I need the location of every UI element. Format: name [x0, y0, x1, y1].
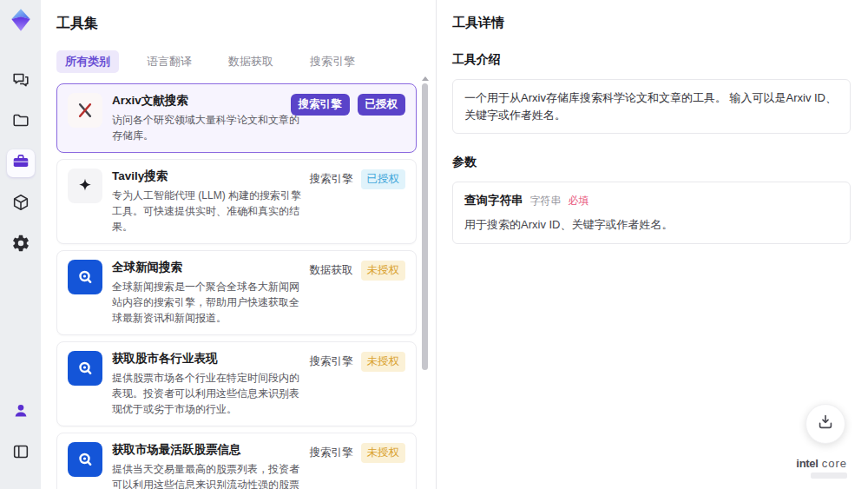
tool-description: 访问各个研究领域大量科学论文和文章的存储库。 — [112, 112, 305, 143]
quark-icon — [68, 351, 102, 386]
list-scrollbar[interactable] — [422, 76, 428, 482]
tool-card[interactable]: 获取市场最活跃股票信息 提供当天交易量最高的股票列表，投资者可以利用这些信息来识… — [56, 433, 417, 489]
tool-tags: 搜索引擎 未授权 — [310, 352, 406, 372]
param-type: 字符串 — [530, 193, 562, 208]
param-description: 用于搜索的Arxiv ID、关键字或作者姓名。 — [464, 216, 838, 234]
user-icon — [11, 401, 30, 424]
sparkle-icon — [68, 169, 102, 203]
brand-core-text: core — [822, 457, 847, 470]
tool-tags: 数据获取 未授权 — [310, 261, 406, 281]
folder-icon — [11, 111, 30, 134]
tool-tags: 搜索引擎 已授权 — [291, 94, 406, 116]
tool-card[interactable]: 获取股市各行业表现 提供股票市场各个行业在特定时间段内的表现。投资者可以利用这些… — [56, 341, 417, 426]
brand-intel-text: intel — [796, 457, 818, 470]
tool-card[interactable]: Arxiv文献搜索 访问各个研究领域大量科学论文和文章的存储库。 搜索引擎 已授… — [56, 83, 417, 153]
intel-core-logo: intel core — [796, 457, 847, 479]
scrollbar-thumb[interactable] — [422, 83, 428, 370]
tab-0[interactable]: 所有类别 — [56, 50, 119, 73]
params-heading: 参数 — [452, 155, 851, 170]
quark-icon — [68, 442, 102, 477]
tool-category-tag: 搜索引擎 — [310, 172, 353, 187]
sidebar-item-briefcase[interactable] — [7, 149, 35, 177]
tool-card[interactable]: Tavily搜索 专为人工智能代理 (LLM) 构建的搜索引擎工具。可快速提供实… — [56, 159, 417, 244]
tool-description: 提供当天交易量最高的股票列表，投资者可以利用这些信息来识别流动性强的股票和潜在的… — [112, 461, 305, 489]
app-logo-icon — [8, 7, 34, 33]
tool-tags: 搜索引擎 已授权 — [310, 169, 406, 189]
tool-status-badge: 已授权 — [361, 169, 406, 189]
intro-box: 一个用于从Arxiv存储库搜索科学论文和文章的工具。 输入可以是Arxiv ID… — [452, 79, 851, 134]
arxiv-icon — [68, 93, 102, 128]
page-title: 工具集 — [56, 15, 436, 33]
chat-icon — [11, 70, 30, 93]
intro-heading: 工具介绍 — [452, 52, 851, 68]
tool-status-badge: 未授权 — [361, 261, 406, 281]
category-tabs: 所有类别语言翻译数据获取搜索引擎 — [56, 50, 436, 73]
tab-3[interactable]: 搜索引擎 — [301, 50, 364, 73]
param-required-badge: 必填 — [569, 193, 589, 208]
tool-category-tag: 搜索引擎 — [310, 354, 353, 369]
download-icon — [816, 413, 835, 435]
param-name: 查询字符串 — [464, 192, 523, 209]
sidebar-item-chat[interactable] — [7, 68, 35, 96]
sidebar-item-user[interactable] — [7, 399, 35, 426]
download-button[interactable] — [806, 404, 845, 444]
tool-category-tag: 搜索引擎 — [310, 446, 353, 460]
tool-description: 提供股票市场各个行业在特定时间段内的表现。投资者可以利用这些信息来识别表现优于或… — [112, 370, 305, 417]
briefcase-icon — [11, 152, 30, 175]
app-window: 工具集 所有类别语言翻译数据获取搜索引擎 Arxiv文献搜索 访问各个研究领域大… — [0, 0, 868, 489]
detail-title: 工具详情 — [452, 15, 851, 31]
tab-1[interactable]: 语言翻译 — [138, 50, 201, 73]
tool-name: 获取股市各行业表现 — [112, 351, 305, 367]
rail-nav — [7, 68, 35, 272]
sidebar-item-gear[interactable] — [7, 231, 35, 259]
tool-name: 获取市场最活跃股票信息 — [112, 442, 305, 458]
tab-2[interactable]: 数据获取 — [220, 50, 282, 73]
sidebar-item-folder[interactable] — [7, 109, 35, 136]
tool-name: 全球新闻搜索 — [112, 260, 305, 275]
tool-status-badge: 未授权 — [361, 443, 406, 463]
tool-status-badge: 已授权 — [358, 94, 406, 116]
layout-toggle-icon — [11, 442, 30, 465]
cube-icon — [11, 193, 30, 215]
tool-description: 专为人工智能代理 (LLM) 构建的搜索引擎工具。可快速提供实时、准确和真实的结… — [112, 188, 305, 235]
tool-detail-panel: 工具详情 工具介绍 一个用于从Arxiv存储库搜索科学论文和文章的工具。 输入可… — [437, 0, 868, 489]
tool-list-panel: 工具集 所有类别语言翻译数据获取搜索引擎 Arxiv文献搜索 访问各个研究领域大… — [41, 0, 437, 489]
tool-list: Arxiv文献搜索 访问各个研究领域大量科学论文和文章的存储库。 搜索引擎 已授… — [56, 83, 417, 489]
tool-category-tag: 搜索引擎 — [291, 94, 350, 116]
gear-icon — [11, 234, 30, 256]
rail-bottom-nav — [7, 399, 35, 489]
scrollbar-up-arrow[interactable] — [422, 76, 429, 81]
icon-rail — [0, 0, 41, 489]
sidebar-item-layout-toggle[interactable] — [7, 439, 35, 467]
sidebar-item-cube[interactable] — [7, 190, 35, 218]
brand-subtag — [811, 472, 847, 479]
tool-tags: 搜索引擎 未授权 — [310, 443, 406, 463]
tool-description: 全球新闻搜索是一个聚合全球各大新闻网站内容的搜索引擎，帮助用户快速获取全球最新资… — [112, 279, 305, 326]
tool-name: Tavily搜索 — [112, 169, 305, 184]
tool-card[interactable]: 全球新闻搜索 全球新闻搜索是一个聚合全球各大新闻网站内容的搜索引擎，帮助用户快速… — [56, 250, 417, 335]
param-box: 查询字符串 字符串 必填 用于搜索的Arxiv ID、关键字或作者姓名。 — [452, 182, 851, 244]
quark-icon — [68, 260, 102, 294]
tool-status-badge: 未授权 — [361, 352, 406, 372]
tool-category-tag: 数据获取 — [310, 263, 353, 278]
tool-name: Arxiv文献搜索 — [112, 93, 305, 109]
